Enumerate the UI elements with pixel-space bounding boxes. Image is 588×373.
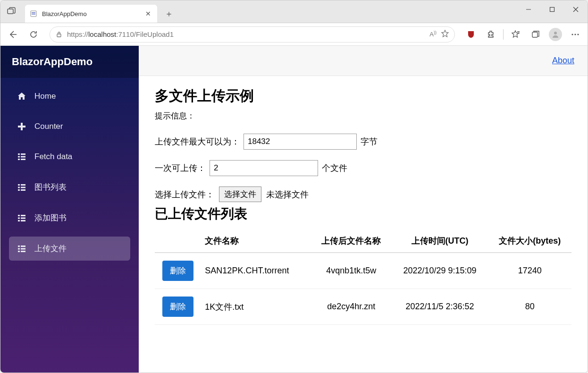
minimize-icon[interactable]	[517, 0, 540, 18]
tab-title: BlazorAppDemo	[42, 10, 139, 17]
file-select-status: 未选择文件	[266, 189, 309, 200]
browser-tab[interactable]: BlazorAppDemo ✕	[25, 5, 157, 23]
sidebar-item-label: 添加图书	[34, 212, 67, 223]
svg-point-13	[571, 34, 573, 35]
max-size-suffix: 字节	[361, 136, 378, 147]
home-icon	[17, 91, 27, 102]
new-tab-button[interactable]: ＋	[162, 7, 176, 21]
uploaded-list-title: 已上传文件列表	[155, 205, 571, 223]
list-icon	[17, 182, 27, 193]
list-icon	[17, 244, 27, 254]
avatar-icon	[549, 28, 562, 41]
top-row: About	[139, 46, 588, 76]
max-size-input[interactable]	[244, 134, 357, 150]
choose-file-button[interactable]: 选择文件	[219, 186, 261, 202]
ublock-icon[interactable]	[462, 26, 479, 43]
svg-rect-23	[21, 159, 25, 160]
tab-close-icon[interactable]: ✕	[144, 10, 152, 17]
svg-rect-40	[18, 251, 20, 252]
browser-window: BlazorAppDemo ✕ ＋ https://localhost:7110…	[0, 0, 588, 373]
max-count-label: 一次可上传：	[155, 162, 206, 174]
svg-rect-38	[18, 248, 20, 249]
list-icon	[17, 213, 27, 223]
brand-title: BlazorAppDemo	[0, 46, 139, 78]
svg-rect-26	[18, 186, 20, 188]
collections-icon[interactable]	[527, 26, 544, 43]
sidebar-item-label: Home	[34, 92, 56, 101]
delete-button[interactable]: 删除	[162, 261, 193, 281]
sidebar-item-3[interactable]: 图书列表	[9, 175, 130, 199]
svg-rect-0	[8, 9, 13, 14]
sidebar-item-0[interactable]: Home	[9, 85, 130, 108]
url-path: /FileUpload1	[134, 30, 174, 38]
browser-titlebar: BlazorAppDemo ✕ ＋	[0, 0, 588, 23]
svg-rect-39	[21, 248, 25, 249]
cell-size: 17240	[488, 253, 571, 289]
sidebar: BlazorAppDemo HomeCounterFetch data图书列表添…	[0, 46, 139, 373]
sidebar-item-4[interactable]: 添加图书	[9, 206, 130, 230]
url-text: https://localhost:7110/FileUpload1	[67, 30, 425, 38]
more-icon[interactable]	[567, 26, 584, 43]
table-row: 删除1K文件.txtde2cy4hr.znt2022/11/5 2:36:528…	[155, 289, 571, 325]
svg-rect-17	[18, 126, 25, 127]
svg-rect-32	[18, 217, 20, 219]
content: 多文件上传示例 提示信息： 上传文件最大可以为： 字节 一次可上传： 个文件 选…	[139, 76, 588, 335]
svg-point-12	[554, 32, 557, 34]
svg-rect-18	[18, 153, 20, 155]
max-count-suffix: 个文件	[322, 162, 347, 174]
svg-rect-37	[21, 246, 25, 247]
tab-favicon-icon	[30, 10, 37, 17]
favorite-icon[interactable]	[441, 30, 449, 39]
cell-size: 80	[488, 289, 571, 325]
max-size-row: 上传文件最大可以为： 字节	[155, 134, 571, 150]
sidebar-item-1[interactable]: Counter	[9, 115, 130, 138]
delete-button[interactable]: 删除	[162, 297, 193, 317]
profile-avatar[interactable]	[547, 26, 564, 43]
svg-rect-30	[18, 215, 20, 216]
sidebar-item-label: Counter	[34, 122, 63, 131]
refresh-button[interactable]	[25, 26, 42, 43]
svg-rect-2	[32, 12, 35, 13]
extension-icon[interactable]	[482, 26, 499, 43]
about-link[interactable]: About	[552, 56, 574, 66]
svg-rect-25	[21, 184, 25, 186]
cell-time: 2022/10/29 9:15:09	[391, 253, 488, 289]
main: About 多文件上传示例 提示信息： 上传文件最大可以为： 字节 一次可上传：…	[139, 46, 588, 373]
favorites-list-icon[interactable]	[507, 26, 524, 43]
uploaded-files-table: 文件名称 上传后文件名称 上传时间(UTC) 文件大小(bytes) 删除SAN…	[155, 229, 571, 325]
back-button[interactable]	[4, 26, 21, 43]
sidebar-item-label: 上传文件	[34, 243, 67, 254]
svg-rect-36	[18, 246, 20, 247]
svg-rect-33	[21, 217, 25, 219]
reader-mode-icon[interactable]: A))	[429, 30, 437, 38]
address-bar[interactable]: https://localhost:7110/FileUpload1 A))	[50, 26, 455, 42]
svg-rect-29	[21, 189, 25, 191]
url-port: :7110	[116, 30, 134, 38]
th-time: 上传时间(UTC)	[391, 229, 488, 253]
nav: HomeCounterFetch data图书列表添加图书上传文件	[0, 78, 139, 267]
svg-rect-41	[21, 251, 25, 252]
browser-toolbar: https://localhost:7110/FileUpload1 A))	[0, 23, 588, 46]
sidebar-item-2[interactable]: Fetch data	[9, 145, 130, 169]
svg-rect-24	[18, 184, 20, 186]
svg-rect-19	[21, 153, 25, 155]
cell-filename: SAN12PK.CHT.torrent	[201, 253, 311, 289]
file-select-row: 选择上传文件： 选择文件 未选择文件	[155, 186, 571, 202]
list-icon	[17, 152, 27, 162]
toolbar-icons	[462, 26, 584, 43]
page-title: 多文件上传示例	[155, 86, 571, 106]
svg-rect-5	[550, 8, 554, 12]
max-count-row: 一次可上传： 个文件	[155, 160, 571, 176]
toolbar-separator	[503, 29, 504, 40]
app-viewport: BlazorAppDemo HomeCounterFetch data图书列表添…	[0, 46, 588, 373]
svg-point-14	[574, 34, 576, 35]
svg-rect-27	[21, 186, 25, 188]
lock-icon	[56, 31, 62, 38]
max-count-input[interactable]	[210, 160, 318, 176]
close-window-icon[interactable]	[564, 0, 588, 18]
svg-rect-22	[18, 159, 20, 160]
tab-overview-icon[interactable]	[0, 0, 22, 23]
maximize-icon[interactable]	[540, 0, 564, 18]
cell-time: 2022/11/5 2:36:52	[391, 289, 488, 325]
sidebar-item-5[interactable]: 上传文件	[9, 237, 130, 261]
